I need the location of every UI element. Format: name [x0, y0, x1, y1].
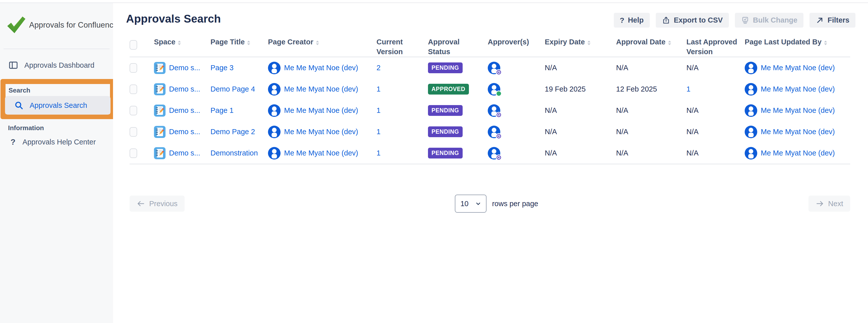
space-link[interactable]: Demo s... — [169, 85, 200, 93]
page-creator-link[interactable]: Me Me Myat Noe (dev) — [284, 149, 358, 157]
column-header-page-last-updated-by[interactable]: Page Last Updated By — [745, 37, 850, 47]
page-last-updated-by-link[interactable]: Me Me Myat Noe (dev) — [761, 64, 835, 72]
space-cell: Demo s... — [154, 105, 211, 117]
page-last-updated-by-link[interactable]: Me Me Myat Noe (dev) — [761, 106, 835, 115]
sort-icon[interactable] — [824, 41, 827, 45]
current-version-link[interactable]: 2 — [376, 64, 380, 72]
current-version-link[interactable]: 1 — [376, 85, 380, 93]
page-last-updated-by-link[interactable]: Me Me Myat Noe (dev) — [761, 85, 835, 93]
column-header-label: Last Approved Version — [686, 37, 740, 57]
approver-state-badge — [496, 112, 502, 118]
sort-icon[interactable] — [247, 41, 250, 45]
help-button[interactable]: ? Help — [614, 13, 650, 28]
sort-icon[interactable] — [316, 41, 319, 45]
sidebar-item-help-center[interactable]: ? Approvals Help Center — [10, 137, 96, 147]
page-last-updated-by-cell: Me Me Myat Noe (dev) — [745, 62, 850, 74]
column-header-expiry-date[interactable]: Expiry Date — [545, 37, 616, 47]
row-checkbox-cell — [130, 127, 154, 137]
page-title-cell: Demo Page 4 — [211, 85, 268, 93]
row-checkbox[interactable] — [130, 106, 137, 115]
page-last-updated-by-link[interactable]: Me Me Myat Noe (dev) — [761, 149, 835, 157]
export-to-csv-button[interactable]: Export to CSV — [656, 13, 729, 28]
approver-state-badge — [496, 133, 502, 139]
column-header-label: Approver(s) — [488, 37, 529, 47]
app-logo-text: Approvals for Confluence — [29, 21, 118, 30]
row-checkbox[interactable] — [130, 127, 137, 137]
table-header-row: SpacePage TitlePage CreatorCurrent Versi… — [130, 35, 850, 57]
column-header-approval-date[interactable]: Approval Date — [616, 37, 686, 47]
approver-state-badge — [496, 154, 502, 160]
current-version-link[interactable]: 1 — [376, 106, 380, 115]
select-all-checkbox[interactable] — [130, 40, 137, 50]
rows-per-page-select[interactable]: 10 — [455, 194, 487, 213]
page-creator-link[interactable]: Me Me Myat Noe (dev) — [284, 128, 358, 136]
next-page-button[interactable]: Next — [808, 195, 850, 212]
expiry-date: N/A — [545, 128, 616, 136]
sidebar-item-approvals-search[interactable]: Approvals Search — [5, 96, 111, 115]
sort-icon[interactable] — [178, 41, 181, 45]
approver-avatar[interactable] — [488, 62, 500, 74]
approval-status-cell: PENDING — [428, 127, 488, 137]
column-header-page-title[interactable]: Page Title — [211, 37, 268, 47]
table-row: Demo s... Page 1 Me Me Myat Noe (dev) 1 … — [130, 100, 850, 121]
column-header-last-approved-version: Last Approved Version — [686, 37, 745, 57]
chevron-down-icon — [474, 200, 482, 207]
filters-button[interactable]: Filters — [809, 13, 856, 28]
row-checkbox-cell — [130, 63, 154, 73]
page-last-updated-by-cell: Me Me Myat Noe (dev) — [745, 125, 850, 138]
bulk-change-button[interactable]: Bulk Change — [735, 13, 803, 28]
space-link[interactable]: Demo s... — [169, 149, 200, 157]
dashboard-icon — [8, 60, 18, 70]
current-version-link[interactable]: 1 — [376, 149, 380, 157]
page-title-link[interactable]: Demonstration — [211, 149, 258, 157]
user-avatar-icon — [268, 62, 281, 74]
sort-icon[interactable] — [668, 41, 671, 45]
column-header-page-creator[interactable]: Page Creator — [268, 37, 376, 47]
status-badge: PENDING — [428, 127, 463, 137]
page-creator-link[interactable]: Me Me Myat Noe (dev) — [284, 85, 358, 93]
arrow-left-icon — [136, 200, 145, 208]
sidebar-item-dashboard[interactable]: Approvals Dashboard — [8, 60, 94, 70]
current-version-cell: 1 — [376, 149, 428, 157]
approvers-cell — [488, 147, 545, 159]
approver-avatar[interactable] — [488, 125, 500, 138]
space-icon — [154, 147, 165, 159]
user-avatar-icon — [745, 147, 757, 159]
space-icon — [154, 62, 165, 74]
page-title-link[interactable]: Page 1 — [211, 106, 234, 115]
page-creator-link[interactable]: Me Me Myat Noe (dev) — [284, 64, 358, 72]
last-approved-version: N/A — [686, 149, 745, 157]
page-last-updated-by-link[interactable]: Me Me Myat Noe (dev) — [761, 128, 835, 136]
user-avatar-icon — [268, 147, 281, 159]
sort-icon[interactable] — [587, 41, 590, 45]
approval-date: N/A — [616, 106, 686, 115]
approver-avatar[interactable] — [488, 83, 500, 96]
page-creator-link[interactable]: Me Me Myat Noe (dev) — [284, 106, 358, 115]
row-checkbox[interactable] — [130, 148, 137, 158]
approver-avatar[interactable] — [488, 104, 500, 117]
sidebar-section-information: Information — [8, 124, 44, 132]
page-title-link[interactable]: Demo Page 4 — [211, 85, 255, 93]
space-link[interactable]: Demo s... — [169, 106, 200, 115]
previous-page-button[interactable]: Previous — [130, 195, 185, 212]
page-title-link[interactable]: Demo Page 2 — [211, 128, 255, 136]
current-version-link[interactable]: 1 — [376, 128, 380, 136]
toolbar: ? Help Export to CSV Bulk Change Filters — [614, 13, 856, 28]
approver-avatar[interactable] — [488, 147, 500, 159]
row-checkbox[interactable] — [130, 84, 137, 94]
expiry-date: 19 Feb 2025 — [545, 85, 616, 93]
page-title-link[interactable]: Page 3 — [211, 64, 234, 72]
row-checkbox[interactable] — [130, 63, 137, 73]
main-content: Approvals Search ? Help Export to CSV Bu… — [113, 3, 868, 323]
column-header-label: Page Title — [211, 37, 245, 47]
current-version-cell: 1 — [376, 128, 428, 136]
status-badge: PENDING — [428, 105, 463, 116]
row-checkbox-cell — [130, 84, 154, 94]
divider — [130, 164, 850, 164]
page-creator-cell: Me Me Myat Noe (dev) — [268, 62, 376, 74]
column-header-space[interactable]: Space — [154, 37, 211, 47]
space-link[interactable]: Demo s... — [169, 128, 200, 136]
logo-checkmark-icon — [6, 16, 26, 34]
approval-date: 12 Feb 2025 — [616, 85, 686, 93]
space-link[interactable]: Demo s... — [169, 64, 200, 72]
